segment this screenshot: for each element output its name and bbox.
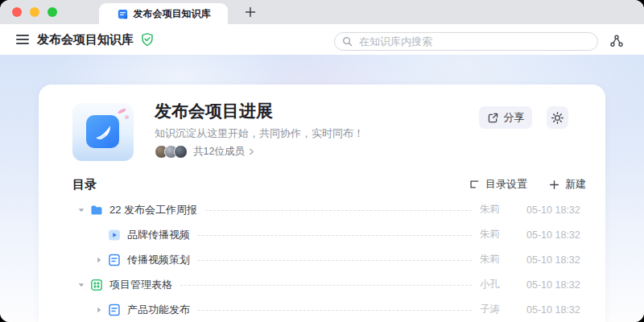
chevron-down-icon	[77, 206, 85, 214]
browser-window: 发布会项目知识库 发布会项目知识库	[0, 0, 644, 322]
tab-title: 发布会项目知识库	[134, 7, 211, 21]
share-label: 分享	[504, 110, 525, 125]
mindmap-network-icon[interactable]	[608, 32, 625, 50]
dotted-leader	[205, 210, 472, 211]
directory-controls: 目录设置 新建	[469, 177, 586, 192]
new-item-button[interactable]: 新建	[549, 177, 586, 192]
wing-logo-icon	[86, 115, 119, 148]
knowledge-base-card: 发布会项目进展 知识沉淀从这里开始，共同协作，实时同布！ 共12位成员	[39, 85, 605, 322]
row-date: 05-10 18:32	[526, 254, 586, 266]
expand-toggle[interactable]	[94, 306, 104, 314]
row-author: 子涛	[480, 303, 526, 316]
gear-icon	[551, 111, 564, 125]
dotted-leader	[198, 260, 472, 261]
directory-header: 目录 目录设置 新建	[72, 175, 586, 193]
member-avatars	[155, 145, 188, 159]
document-tab-icon	[117, 8, 129, 20]
dotted-leader	[198, 235, 472, 236]
list-item[interactable]: 项目管理表格 小孔 05-10 18:32	[39, 272, 605, 297]
cover-image	[72, 103, 134, 161]
row-title: 产品功能发布	[127, 303, 190, 317]
chevron-right-icon	[95, 256, 103, 264]
expand-toggle[interactable]	[76, 281, 86, 289]
active-tab[interactable]: 发布会项目知识库	[99, 3, 228, 24]
row-date: 05-10 18:32	[526, 279, 586, 291]
list-item[interactable]: 品牌传播视频 朱莉 05-10 18:32	[39, 222, 605, 247]
video-icon	[108, 229, 121, 242]
row-date: 05-10 18:32	[526, 229, 586, 241]
tree-structure-icon	[469, 179, 480, 190]
plus-icon	[549, 180, 559, 190]
row-title: 传播视频策划	[127, 253, 190, 267]
row-author: 朱莉	[480, 203, 526, 217]
row-title: 22 发布会工作周报	[109, 203, 197, 217]
list-item[interactable]: 产品功能发布 子涛 05-10 18:32	[39, 297, 605, 322]
doc-icon	[108, 254, 121, 266]
members-row[interactable]: 共12位成员	[155, 145, 255, 159]
row-date: 05-10 18:32	[526, 304, 586, 316]
directory-title: 目录	[72, 177, 97, 192]
row-title: 项目管理表格	[109, 278, 172, 292]
chevron-right-icon	[248, 148, 255, 155]
new-tab-button[interactable]	[244, 6, 257, 19]
page-title: 发布会项目进展	[155, 100, 273, 122]
petal-decoration	[118, 108, 127, 115]
minimize-button[interactable]	[30, 7, 39, 17]
expand-toggle[interactable]	[76, 206, 86, 214]
table-icon	[90, 279, 103, 291]
chevron-down-icon	[77, 281, 85, 289]
list-item[interactable]: 传播视频策划 朱莉 05-10 18:32	[39, 247, 605, 272]
app-header: 发布会项目知识库	[0, 24, 644, 55]
external-link-icon	[487, 112, 499, 124]
share-button[interactable]: 分享	[479, 106, 532, 129]
petal-decoration	[125, 115, 129, 119]
avatar	[174, 145, 188, 159]
tab-bar: 发布会项目知识库	[0, 0, 644, 24]
directory-settings-button[interactable]: 目录设置	[469, 177, 527, 192]
banner-background: 发布会项目进展 知识沉淀从这里开始，共同协作，实时同布！ 共12位成员	[0, 55, 644, 322]
search-box[interactable]	[334, 32, 598, 51]
members-count-label: 共12位成员	[193, 145, 245, 159]
knowledge-base-title: 发布会项目知识库	[37, 32, 134, 47]
row-author: 朱莉	[480, 253, 526, 266]
chevron-right-icon	[95, 306, 103, 314]
row-author: 小孔	[480, 278, 526, 291]
expand-toggle[interactable]	[94, 256, 104, 264]
row-author: 朱莉	[480, 228, 526, 242]
doc-icon	[108, 303, 121, 316]
search-icon	[342, 36, 353, 47]
directory-list: 22 发布会工作周报 朱莉 05-10 18:32	[39, 197, 605, 322]
menu-icon[interactable]	[16, 35, 29, 44]
row-title: 品牌传播视频	[127, 228, 190, 242]
directory-settings-label: 目录设置	[485, 177, 527, 192]
list-item[interactable]: 22 发布会工作周报 朱莉 05-10 18:32	[39, 197, 605, 222]
maximize-button[interactable]	[47, 7, 57, 17]
dotted-leader	[198, 310, 472, 311]
dotted-leader	[180, 285, 472, 286]
folder-icon	[90, 204, 103, 217]
row-date: 05-10 18:32	[526, 204, 586, 216]
close-button[interactable]	[12, 7, 22, 17]
window-controls	[12, 7, 57, 17]
new-item-label: 新建	[565, 177, 586, 192]
search-input[interactable]	[357, 35, 590, 48]
settings-button[interactable]	[547, 106, 568, 129]
page-subtitle: 知识沉淀从这里开始，共同协作，实时同布！	[155, 126, 364, 141]
verified-shield-icon	[140, 32, 155, 47]
